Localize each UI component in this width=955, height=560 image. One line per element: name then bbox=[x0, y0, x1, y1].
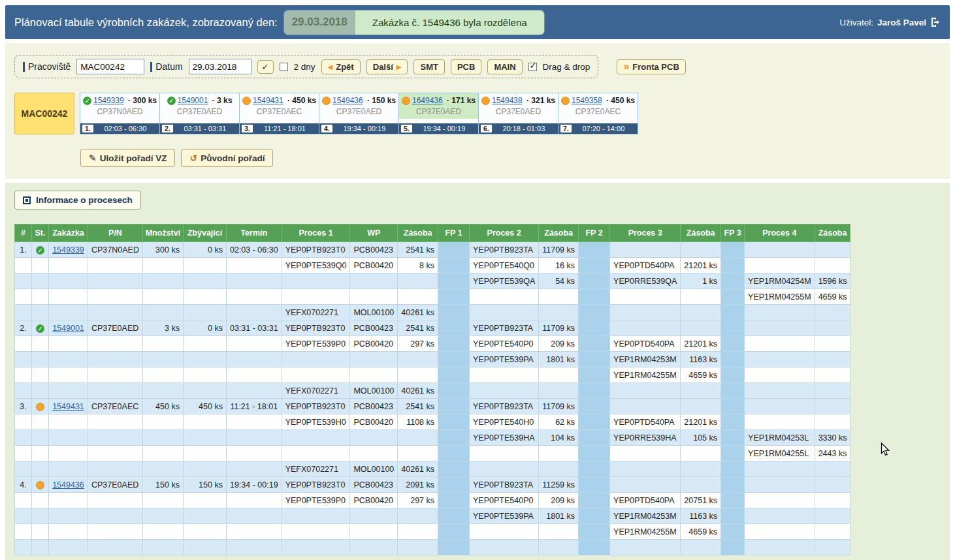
cell-zasoba4: 3330 ks bbox=[815, 430, 850, 446]
cell-zasoba4 bbox=[815, 352, 850, 367]
date-input[interactable] bbox=[189, 59, 251, 74]
order-card[interactable]: 1549438 · 321 ksCP37E0AED6.20:18 - 01:03 bbox=[478, 93, 558, 134]
order-card[interactable]: 1549431 · 450 ksCP37E0AEC3.11:21 - 18:01 bbox=[239, 93, 319, 134]
cell-proces2 bbox=[470, 446, 539, 461]
cell-term: 19:34 - 00:19 bbox=[226, 477, 282, 493]
cell-wp: PCB00420 bbox=[350, 414, 398, 430]
smt-button[interactable]: SMT bbox=[413, 59, 444, 74]
cell-zasoba3: 105 ks bbox=[681, 430, 721, 446]
cell-term bbox=[226, 273, 282, 289]
cell-proces1: YEP0PTE539H0 bbox=[282, 414, 350, 430]
cell-zasoba2: 1801 ks bbox=[539, 352, 579, 367]
cell-zasoba1: 40261 ks bbox=[398, 461, 438, 477]
cell-term bbox=[226, 493, 282, 508]
order-card[interactable]: 1549436 · 150 ksCP37E0AED4.19:34 - 00:19 bbox=[319, 93, 399, 134]
sequence-number-badge: 2. bbox=[162, 125, 173, 132]
process-info-button[interactable]: Informace o procesech bbox=[14, 191, 141, 210]
order-card[interactable]: 1549339 · 300 ksCP37N0AED1.02:03 - 06:30 bbox=[80, 93, 160, 134]
dragdrop-checkbox[interactable] bbox=[528, 63, 537, 71]
cell-proces3: YEP0PTD540PA bbox=[610, 493, 681, 508]
cell-part-number bbox=[88, 493, 143, 508]
cell-fp3 bbox=[721, 446, 745, 461]
cell-fp1 bbox=[438, 320, 470, 336]
cell-fp3 bbox=[721, 289, 745, 305]
order-part-number: CP37E0AED bbox=[399, 106, 478, 119]
cell-remaining: 150 ks bbox=[183, 477, 226, 493]
cell-order bbox=[49, 352, 88, 367]
confirm-date-button[interactable]: ✓ bbox=[257, 60, 274, 74]
status-pending-icon bbox=[561, 97, 570, 105]
workplace-label: Pracoviště bbox=[28, 61, 71, 72]
order-number-link[interactable]: 1549431 bbox=[52, 402, 84, 411]
sequence-number-badge: 3. bbox=[242, 125, 253, 132]
cell-wp: PCB00420 bbox=[350, 493, 398, 508]
cell-zasoba4 bbox=[815, 524, 850, 540]
cell-fp3 bbox=[721, 320, 745, 336]
table-row: YEP1RM04255M4659 ks bbox=[15, 367, 850, 383]
original-order-label: Původní pořadí bbox=[201, 153, 265, 163]
order-number-link[interactable]: 1549339 bbox=[93, 96, 124, 105]
cell-zasoba2: 11709 ks bbox=[539, 242, 579, 258]
cell-fp2 bbox=[579, 477, 610, 493]
cell-order bbox=[49, 336, 88, 352]
cell-index: 2. bbox=[15, 320, 32, 336]
logout-icon[interactable] bbox=[930, 17, 941, 27]
cell-remaining bbox=[183, 430, 226, 446]
cell-part-number bbox=[88, 414, 143, 430]
smt-button-label: SMT bbox=[420, 62, 438, 72]
order-number-link[interactable]: 1549436 bbox=[332, 96, 363, 105]
pcb-button[interactable]: PCB bbox=[451, 59, 481, 74]
main-button[interactable]: MAIN bbox=[487, 59, 522, 74]
page-title: Plánovací tabule výrobních zakázek, zobr… bbox=[14, 16, 278, 29]
back-arrow-icon: ◀ bbox=[328, 63, 333, 70]
order-time-range: 19:34 - 00:19 bbox=[412, 125, 476, 132]
order-number-link[interactable]: 1549001 bbox=[178, 96, 208, 105]
order-number-link[interactable]: 1549001 bbox=[52, 324, 84, 333]
cell-proces2 bbox=[470, 540, 539, 555]
cell-quantity bbox=[142, 414, 183, 430]
cell-proces2 bbox=[470, 367, 539, 383]
save-order-button[interactable]: ✎ Uložit pořadí VZ bbox=[80, 149, 175, 167]
cell-proces2 bbox=[470, 461, 539, 477]
cell-part-number bbox=[88, 336, 143, 352]
cell-order bbox=[49, 258, 88, 273]
cell-quantity bbox=[142, 258, 183, 273]
cell-wp bbox=[350, 508, 398, 524]
fronta-pcb-button[interactable]: » Fronta PCB bbox=[617, 59, 685, 74]
order-quantity: · 150 ks bbox=[365, 96, 396, 105]
cell-fp2 bbox=[579, 289, 610, 305]
two-days-checkbox[interactable] bbox=[280, 63, 288, 71]
pcb-button-label: PCB bbox=[457, 62, 475, 72]
cell-fp1 bbox=[438, 242, 470, 258]
column-header: Zakázka bbox=[49, 225, 88, 242]
cell-fp3 bbox=[721, 508, 745, 524]
cell-fp1 bbox=[438, 430, 470, 446]
table-row: YEFX0702271MOL0010040261 ks bbox=[15, 461, 850, 477]
cell-index bbox=[15, 446, 32, 461]
status-done-icon bbox=[36, 246, 44, 255]
user-info: Uživatel: Jaroš Pavel bbox=[839, 17, 941, 27]
cell-fp1 bbox=[438, 414, 470, 430]
order-cards-row: 1549339 · 300 ksCP37N0AED1.02:03 - 06:30… bbox=[80, 93, 638, 134]
order-card[interactable]: 1549001 · 3 ksCP37E0AED2.03:31 - 03:31 bbox=[159, 93, 240, 134]
order-number-link[interactable]: 1549438 bbox=[492, 96, 523, 105]
back-button[interactable]: ◀ Zpět bbox=[321, 59, 361, 74]
workplace-input[interactable] bbox=[76, 59, 144, 74]
cell-zasoba1: 297 ks bbox=[398, 336, 438, 352]
order-number-link[interactable]: 1549436 bbox=[52, 480, 84, 490]
cell-fp3 bbox=[721, 430, 745, 446]
order-card[interactable]: 1649436 · 171 ksCP37E0AED5.19:34 - 00:19 bbox=[398, 93, 479, 134]
cell-order: 1549436 bbox=[49, 477, 88, 493]
order-card[interactable]: 1549358 · 450 ksCP37E0AEC7.07:20 - 14:00 bbox=[558, 93, 638, 134]
original-order-button[interactable]: ↺ Původní pořadí bbox=[181, 149, 273, 167]
order-quantity: · 321 ks bbox=[525, 96, 555, 105]
next-button[interactable]: Další ▶ bbox=[366, 59, 408, 74]
cell-index bbox=[15, 289, 32, 305]
order-number-link[interactable]: 1649436 bbox=[412, 96, 443, 105]
table-row: YEP0PTE539PA1801 ksYEP1RM04253M1163 ks bbox=[15, 508, 850, 524]
order-number-link[interactable]: 1549358 bbox=[572, 96, 602, 105]
order-number-link[interactable]: 1549431 bbox=[253, 96, 283, 105]
order-number-link[interactable]: 1549339 bbox=[52, 245, 84, 255]
cell-index bbox=[15, 524, 32, 540]
cell-zasoba2 bbox=[539, 446, 579, 461]
